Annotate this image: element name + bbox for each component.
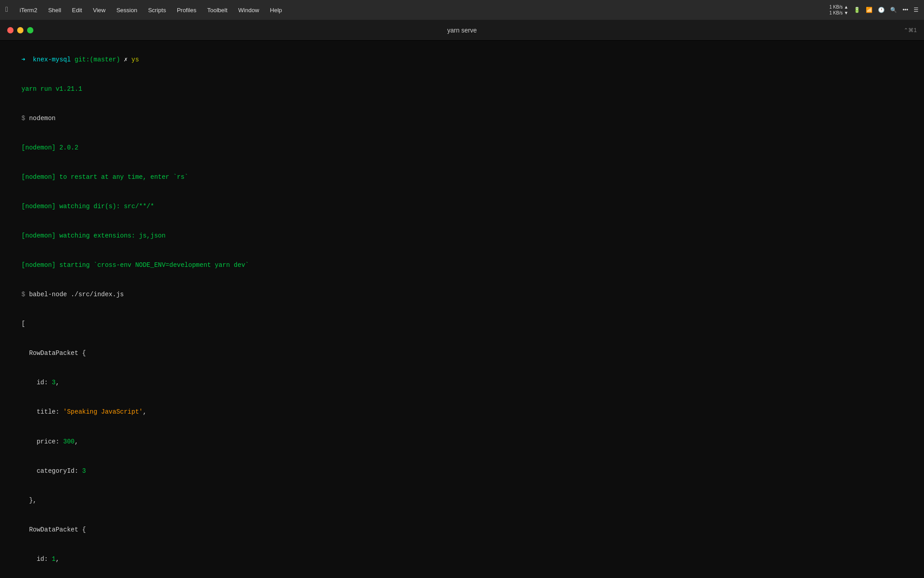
menubar-view[interactable]: View: [88, 5, 110, 15]
prompt-arrow: ➜: [22, 56, 33, 63]
menubar-session[interactable]: Session: [112, 5, 142, 15]
maximize-button[interactable]: [27, 27, 33, 33]
rdp1-title-val: 'Speaking JavaScript': [63, 408, 143, 415]
rdp1-title-comma: ,: [143, 408, 146, 415]
prompt-dir: knex-mysql: [33, 56, 71, 63]
rdp2-id-label: id:: [22, 555, 52, 563]
rdp2-id-comma: ,: [55, 555, 59, 563]
clock-icon: 🕐: [878, 7, 885, 13]
rdp1-title-label: title:: [22, 408, 63, 415]
line-nodemon-1: [nodemon] 2.0.2: [6, 133, 918, 163]
dollar-sign-1: $: [22, 115, 29, 122]
line-nodemon-3: [nodemon] watching dir(s): src/**/*: [6, 192, 918, 221]
prompt-cmd: ys: [131, 56, 139, 63]
dollar-sign-2: $: [22, 291, 29, 298]
rdp1-id-val: 3: [52, 379, 55, 386]
rdp1-header: RowDataPacket {: [22, 350, 86, 357]
terminal-content[interactable]: ➜ knex-mysql git:(master) ✗ ys yarn run …: [0, 41, 924, 578]
nodemon-4-text: [nodemon] watching extensions: js,json: [22, 232, 166, 239]
line-rdp2-id: id: 1,: [6, 545, 918, 574]
network-speed: 1 KB/s ▲1 KB/s ▼: [829, 4, 848, 16]
close-button[interactable]: [7, 27, 14, 33]
find-icon: 🔍: [890, 7, 897, 13]
rdp1-price-label: price:: [22, 438, 63, 445]
more-icon: •••: [902, 7, 908, 13]
rdp1-cat-val: 3: [82, 467, 86, 475]
menubar-edit[interactable]: Edit: [68, 5, 87, 15]
line-prompt: ➜ knex-mysql git:(master) ✗ ys: [6, 45, 918, 75]
nodemon-cmd: nodemon: [29, 115, 55, 122]
line-nodemon-2: [nodemon] to restart at any time, enter …: [6, 163, 918, 192]
rdp1-price-val: 300: [63, 438, 74, 445]
menubar-status-area: 1 KB/s ▲1 KB/s ▼ 🔋 📶 🕐 🔍 ••• ☰: [829, 4, 919, 16]
titlebar-shortcut: ⌃⌘1: [904, 27, 917, 33]
menubar-scripts[interactable]: Scripts: [143, 5, 171, 15]
line-rdp1-cat: categoryId: 3: [6, 457, 918, 486]
rdp2-header: RowDataPacket {: [22, 526, 86, 533]
rdp1-price-comma: ,: [74, 438, 78, 445]
apple-icon: : [5, 6, 10, 14]
line-rdp1-id: id: 3,: [6, 368, 918, 398]
line-rdp1-close: },: [6, 486, 918, 515]
wifi-icon: 📶: [866, 7, 873, 13]
line-rdp1-header: RowDataPacket {: [6, 339, 918, 368]
nodemon-5-text: [nodemon] starting `cross-env NODE_ENV=d…: [22, 261, 249, 269]
prompt-branch: git:(master): [74, 56, 120, 63]
rdp1-id-label: id:: [22, 379, 52, 386]
nodemon-1-text: [nodemon] 2.0.2: [22, 144, 79, 151]
open-bracket: [: [22, 320, 25, 327]
rdp1-cat-label: categoryId:: [22, 467, 82, 475]
line-rdp2-title: title: 'FP in JavaScript',: [6, 574, 918, 578]
babel-cmd: babel-node ./src/index.js: [29, 291, 124, 298]
line-yarn-run: yarn run v1.21.1: [6, 75, 918, 104]
line-open-bracket: [: [6, 310, 918, 339]
line-nodemon-4: [nodemon] watching extensions: js,json: [6, 221, 918, 251]
menubar-profiles[interactable]: Profiles: [172, 5, 201, 15]
nodemon-2-text: [nodemon] to restart at any time, enter …: [22, 173, 189, 181]
rdp1-id-comma: ,: [55, 379, 59, 386]
line-nodemon-5: [nodemon] starting `cross-env NODE_ENV=d…: [6, 251, 918, 280]
window-title: yarn serve: [447, 27, 476, 34]
line-nodemon-cmd: $ nodemon: [6, 104, 918, 133]
line-rdp2-header: RowDataPacket {: [6, 515, 918, 545]
prompt-space: [71, 56, 74, 63]
rdp1-close: },: [22, 497, 37, 504]
yarn-run-text: yarn run v1.21.1: [22, 85, 82, 93]
line-rdp1-price: price: 300,: [6, 427, 918, 457]
menubar-shell[interactable]: Shell: [44, 5, 66, 15]
battery-icon: 🔋: [854, 7, 860, 13]
window-controls: [7, 27, 33, 33]
nodemon-3-text: [nodemon] watching dir(s): src/**/*: [22, 203, 154, 210]
menubar-toolbelt[interactable]: Toolbelt: [203, 5, 232, 15]
menubar-help[interactable]: Help: [265, 5, 286, 15]
shortcut-label: ⌃⌘1: [904, 27, 917, 33]
menu-icon: ☰: [914, 7, 919, 13]
minimize-button[interactable]: [17, 27, 23, 33]
line-rdp1-title: title: 'Speaking JavaScript',: [6, 398, 918, 427]
menubar:  iTerm2 Shell Edit View Session Scripts…: [0, 0, 924, 20]
rdp2-id-val: 1: [52, 555, 55, 563]
line-babel-cmd: $ babel-node ./src/index.js: [6, 280, 918, 310]
menubar-window[interactable]: Window: [234, 5, 263, 15]
menubar-iterm2[interactable]: iTerm2: [15, 5, 42, 15]
prompt-x: ✗: [120, 56, 131, 63]
titlebar: yarn serve ⌃⌘1: [0, 20, 924, 41]
